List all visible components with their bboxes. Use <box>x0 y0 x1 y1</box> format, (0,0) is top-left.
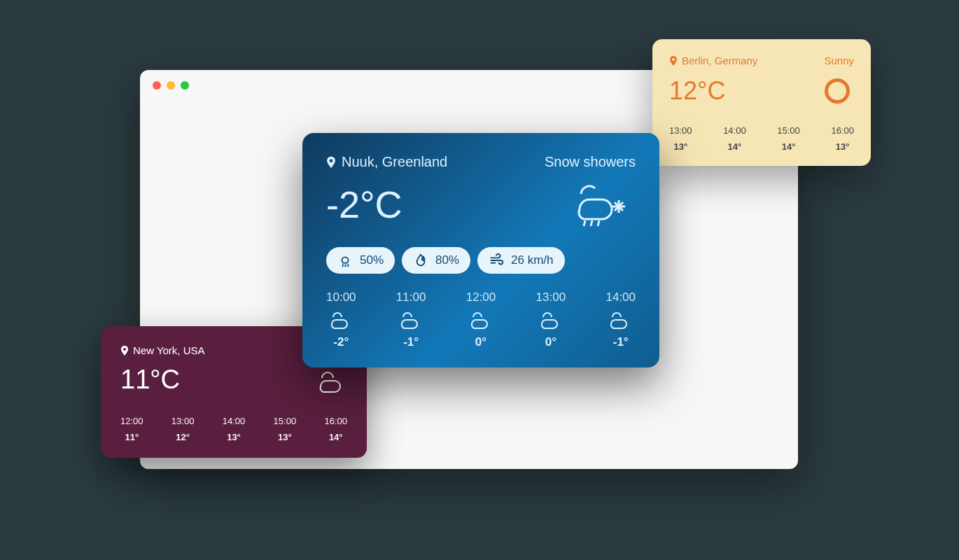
forecast-time: 14:00 <box>223 416 246 426</box>
forecast-time: 13:00 <box>669 125 692 136</box>
sunny-icon <box>825 78 850 104</box>
forecast-temp: 0° <box>466 335 496 349</box>
cloudy-icon <box>536 310 561 330</box>
forecast-item: 14:0014° <box>723 125 746 152</box>
forecast-temp: 11° <box>120 432 144 442</box>
maximize-icon[interactable] <box>181 81 189 90</box>
wind-icon <box>489 253 504 268</box>
forecast-row: 10:00 -2° 11:00 -1° 12:00 0° 13:00 0° 14… <box>326 290 636 349</box>
forecast-item: 16:0013° <box>831 125 854 152</box>
location-label: Berlin, Germany <box>682 55 757 66</box>
location-pin-icon <box>326 156 336 169</box>
stats-row: 50% 80% 26 km/h <box>326 247 636 274</box>
current-temperature: 11°C <box>120 365 180 395</box>
forecast-time: 12:00 <box>120 416 144 426</box>
humidity-icon <box>413 253 428 268</box>
forecast-temp: -1° <box>606 335 636 349</box>
condition-label: Snow showers <box>545 154 636 170</box>
forecast-item: 15:0014° <box>777 125 800 152</box>
forecast-item: 13:0013° <box>669 125 692 152</box>
precipitation-icon <box>337 253 353 268</box>
forecast-item: 14:00 -1° <box>606 290 636 349</box>
location-label: New York, USA <box>133 344 205 356</box>
precipitation-pill: 50% <box>326 247 395 274</box>
location-pin-icon <box>669 56 678 66</box>
forecast-row: 12:0011° 13:0012° 14:0013° 15:0013° 16:0… <box>120 416 347 442</box>
humidity-pill: 80% <box>402 247 470 274</box>
forecast-temp: -1° <box>396 335 426 349</box>
forecast-item: 16:0014° <box>324 416 347 442</box>
forecast-item: 12:00 0° <box>466 290 496 349</box>
cloudy-icon <box>396 310 421 330</box>
svg-line-1 <box>591 220 592 226</box>
forecast-time: 16:00 <box>324 416 347 426</box>
forecast-time: 15:00 <box>777 125 800 136</box>
forecast-temp: 0° <box>536 335 566 349</box>
current-temperature: 12°C <box>669 76 725 106</box>
forecast-temp: 14° <box>324 432 347 442</box>
weather-card-nuuk[interactable]: Nuuk, Greenland Snow showers -2°C 50% 80… <box>302 133 659 368</box>
forecast-temp: 13° <box>669 141 692 152</box>
forecast-item: 12:0011° <box>120 416 144 442</box>
forecast-temp: 12° <box>172 432 195 442</box>
forecast-item: 11:00 -1° <box>396 290 426 349</box>
svg-line-0 <box>584 220 585 226</box>
forecast-item: 15:0013° <box>274 416 297 442</box>
close-icon[interactable] <box>153 81 161 90</box>
cloudy-icon <box>326 310 351 330</box>
forecast-time: 16:00 <box>831 125 854 136</box>
forecast-item: 13:00 0° <box>536 290 566 349</box>
forecast-time: 12:00 <box>466 290 496 304</box>
wind-pill: 26 km/h <box>477 247 564 274</box>
weather-card-berlin[interactable]: Berlin, Germany Sunny 12°C 13:0013° 14:0… <box>652 39 871 166</box>
minimize-icon[interactable] <box>167 81 175 90</box>
forecast-temp: 13° <box>831 141 854 152</box>
forecast-time: 15:00 <box>274 416 297 426</box>
forecast-temp: 14° <box>777 141 800 152</box>
wind-value: 26 km/h <box>511 253 553 267</box>
forecast-time: 14:00 <box>723 125 746 136</box>
cloudy-icon <box>606 310 631 330</box>
forecast-time: 11:00 <box>396 290 426 304</box>
cloudy-icon <box>312 367 347 393</box>
location-label: Nuuk, Greenland <box>342 154 447 170</box>
forecast-item: 14:0013° <box>223 416 246 442</box>
forecast-item: 13:0012° <box>172 416 195 442</box>
forecast-item: 10:00 -2° <box>326 290 356 349</box>
svg-line-7 <box>342 265 343 267</box>
svg-line-9 <box>348 265 349 267</box>
forecast-temp: 13° <box>223 432 246 442</box>
forecast-time: 14:00 <box>606 290 636 304</box>
svg-line-2 <box>598 220 599 226</box>
forecast-temp: 13° <box>274 432 297 442</box>
forecast-temp: 14° <box>723 141 746 152</box>
forecast-time: 13:00 <box>536 290 566 304</box>
forecast-temp: -2° <box>326 335 356 349</box>
cloudy-icon <box>466 310 491 330</box>
humidity-value: 80% <box>435 253 459 267</box>
forecast-time: 10:00 <box>326 290 356 304</box>
location-pin-icon <box>120 346 129 356</box>
snow-showers-icon <box>566 180 636 229</box>
svg-line-8 <box>345 265 346 267</box>
condition-label: Sunny <box>824 55 854 66</box>
forecast-row: 13:0013° 14:0014° 15:0014° 16:0013° <box>669 125 854 152</box>
current-temperature: -2°C <box>326 183 402 226</box>
precipitation-value: 50% <box>360 253 384 267</box>
forecast-time: 13:00 <box>172 416 195 426</box>
